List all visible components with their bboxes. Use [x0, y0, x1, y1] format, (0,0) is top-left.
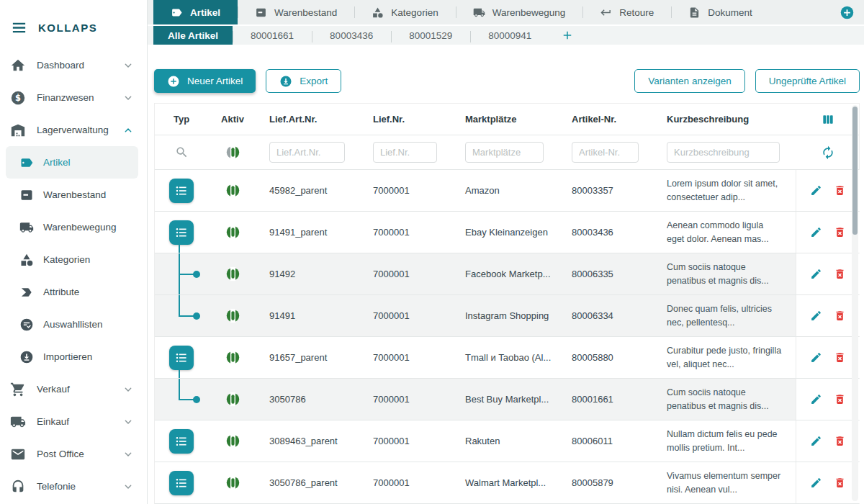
expand-children-button[interactable] — [169, 220, 194, 245]
active-toggle-icon[interactable] — [225, 183, 240, 198]
tab-artikel[interactable]: Artikel — [153, 0, 238, 24]
artikel-nr-filter-input[interactable] — [572, 142, 639, 163]
delete-icon[interactable] — [834, 310, 846, 322]
sidebar-item-post-office[interactable]: Post Office — [6, 438, 138, 470]
expand-children-button[interactable] — [169, 429, 194, 454]
edit-icon[interactable] — [810, 184, 822, 197]
show-variants-button[interactable]: Varianten anzeigen — [634, 69, 744, 93]
active-toggle-icon[interactable] — [225, 475, 240, 490]
active-toggle-icon[interactable] — [225, 225, 240, 240]
expand-children-button[interactable] — [169, 179, 194, 203]
delete-icon[interactable] — [834, 351, 846, 364]
filter-aktiv — [208, 135, 257, 169]
marktplaetze-filter-input[interactable] — [465, 142, 544, 163]
table-row-child[interactable]: 3050786 7000001 Best Buy Marketpl... 800… — [155, 379, 859, 420]
sidebar-item-importieren[interactable]: Importieren — [6, 341, 138, 373]
sidebar-item-dashboard[interactable]: Dashboard — [6, 49, 138, 81]
table-row[interactable]: 45982_parent 7000001 Amazon 80003357 Lor… — [155, 170, 859, 212]
delete-icon[interactable] — [834, 477, 846, 489]
table-row-child[interactable]: 91491 7000001 Instagram Shopping 8000633… — [155, 295, 859, 337]
subtab-label: 80003436 — [330, 30, 373, 41]
new-article-button[interactable]: Neuer Artikel — [154, 69, 256, 93]
list-icon — [174, 351, 189, 365]
active-toggle-icon[interactable] — [225, 392, 240, 407]
sidebar-item-artikel[interactable]: Artikel — [6, 146, 138, 179]
hamburger-menu-icon[interactable] — [11, 19, 27, 36]
lief-art-nr-filter-input[interactable] — [269, 142, 345, 163]
tree-node-dot — [193, 312, 200, 320]
sidebar-item-warenbestand[interactable]: Warenbestand — [6, 179, 138, 211]
col-header-marktplaetze[interactable]: Marktplätze — [453, 114, 559, 125]
home-icon — [10, 58, 26, 73]
edit-icon[interactable] — [810, 477, 822, 489]
marktplatz-cell: Best Buy Marketpl... — [453, 394, 559, 405]
subtab-80000941[interactable]: 80000941 — [470, 26, 549, 45]
kurzbeschreibung-filter-input[interactable] — [667, 142, 780, 163]
sidebar-item-lagerverwaltung[interactable]: Lagerverwaltung — [6, 114, 138, 146]
col-header-kurzbeschreibung[interactable]: Kurzbeschreibung — [654, 114, 796, 125]
subtab-alle-artikel[interactable]: Alle Artikel — [153, 26, 233, 45]
subtab-80001529[interactable]: 80001529 — [391, 26, 470, 45]
col-header-artikel-nr[interactable]: Artikel-Nr. — [559, 114, 654, 125]
sidebar-item-warenbewegung[interactable]: Warenbewegung — [6, 211, 138, 243]
col-header-aktiv[interactable]: Aktiv — [208, 104, 257, 135]
edit-icon[interactable] — [810, 351, 822, 364]
expand-children-button[interactable] — [169, 471, 194, 495]
add-tab-icon[interactable] — [840, 5, 855, 20]
active-state-filter-icon[interactable] — [225, 145, 240, 160]
subtab-80001661[interactable]: 80001661 — [233, 26, 312, 45]
refresh-icon[interactable] — [821, 145, 835, 160]
delete-icon[interactable] — [834, 435, 846, 447]
add-subtab-button[interactable] — [549, 26, 585, 45]
lief-nr-cell: 7000001 — [361, 394, 453, 405]
delete-icon[interactable] — [834, 226, 846, 238]
table-row[interactable]: 3089463_parent 7000001 Rakuten 80006011 … — [155, 420, 859, 462]
delete-icon[interactable] — [834, 268, 846, 280]
col-header-lief-art-nr[interactable]: Lief.Art.Nr. — [257, 114, 361, 125]
columns-icon[interactable] — [821, 112, 835, 127]
delete-icon[interactable] — [834, 184, 846, 197]
delete-icon[interactable] — [834, 393, 846, 405]
aktiv-cell — [208, 212, 257, 253]
edit-icon[interactable] — [810, 435, 822, 447]
table-scrollbar[interactable] — [852, 105, 858, 501]
edit-icon[interactable] — [810, 310, 822, 322]
export-button[interactable]: Export — [266, 69, 341, 93]
table-row[interactable]: 91491_parent 7000001 Ebay Kleinanzeigen … — [155, 212, 859, 253]
tab-retoure[interactable]: Retoure — [582, 0, 671, 24]
edit-icon[interactable] — [810, 393, 822, 405]
sidebar-item-kategorien[interactable]: Kategorien — [6, 243, 138, 276]
tab-kategorien[interactable]: Kategorien — [354, 0, 455, 24]
sidebar-item-finanzwesen[interactable]: Finanzwesen — [6, 81, 138, 114]
active-toggle-icon[interactable] — [225, 433, 240, 449]
expand-children-button[interactable] — [169, 346, 194, 370]
lief-nr-filter-input[interactable] — [373, 142, 437, 163]
dollar-circle-icon — [10, 90, 26, 106]
col-header-typ[interactable]: Typ — [155, 104, 208, 135]
col-header-lief-nr[interactable]: Lief.Nr. — [361, 114, 453, 125]
tab-dokument[interactable]: Dokument — [671, 0, 770, 24]
sidebar-item-attribute[interactable]: Attribute — [6, 276, 138, 308]
sidebar-item-telefonie[interactable]: Telefonie — [6, 470, 138, 503]
table-row[interactable]: 3050786_parent 7000001 Walmart Marketpl.… — [155, 462, 859, 504]
sidebar-item-einkauf[interactable]: Einkauf — [6, 405, 138, 438]
table-row-child[interactable]: 91492 7000001 Facebook Marketp... 800063… — [155, 253, 859, 295]
filter-lief-art-nr-cell — [257, 142, 361, 163]
edit-icon[interactable] — [810, 226, 822, 238]
active-toggle-icon[interactable] — [225, 266, 240, 282]
active-toggle-icon[interactable] — [225, 350, 240, 365]
edit-icon[interactable] — [810, 268, 822, 280]
scrollbar-thumb[interactable] — [852, 107, 858, 235]
sidebar-item-verkauf[interactable]: Verkauf — [6, 373, 138, 405]
lief-nr-cell: 7000001 — [361, 436, 453, 446]
unchecked-articles-button[interactable]: Ungeprüfte Artikel — [755, 69, 860, 93]
sidebar-item-auswahllisten[interactable]: Auswahllisten — [6, 308, 138, 341]
tab-warenbewegung[interactable]: Warenbewegung — [456, 0, 583, 24]
lief-art-nr-cell: 91491 — [257, 310, 361, 321]
tab-warenbestand[interactable]: Warenbestand — [238, 0, 354, 24]
table-row[interactable]: 91657_parent 7000001 Tmall и Taobao (Al.… — [155, 337, 859, 379]
subtab-80003436[interactable]: 80003436 — [312, 26, 391, 45]
lief-art-nr-cell: 3089463_parent — [257, 436, 361, 446]
active-toggle-icon[interactable] — [225, 308, 240, 323]
filter-actions — [796, 135, 860, 169]
